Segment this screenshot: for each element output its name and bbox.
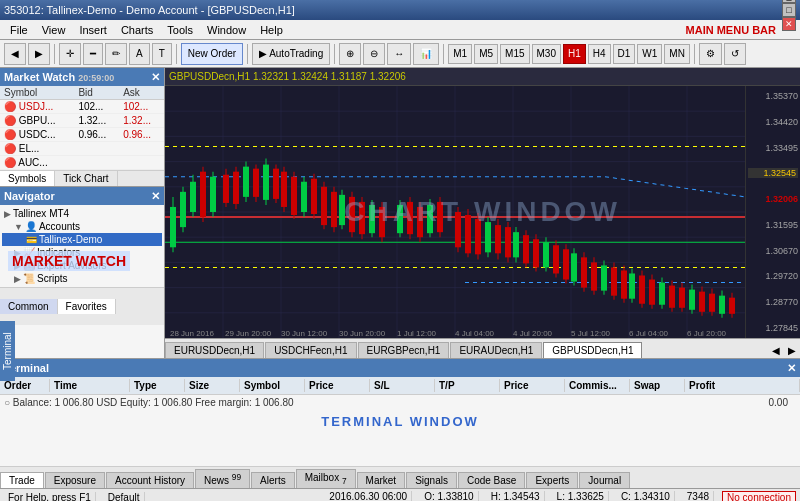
nav-tab-favorites[interactable]: Favorites [58, 299, 116, 314]
term-tab-mailbox[interactable]: Mailbox 7 [296, 469, 356, 488]
col-size: Size [185, 379, 240, 392]
navigator-close[interactable]: ✕ [151, 190, 160, 203]
expand-scripts-icon: ▶ [14, 274, 21, 284]
zoom-out-btn[interactable]: ⊖ [363, 43, 385, 65]
mw-row-usdj[interactable]: 🔴 USDJ... 102... 102... [0, 100, 164, 114]
menu-help[interactable]: Help [254, 23, 289, 37]
market-watch-close[interactable]: ✕ [151, 71, 160, 84]
menu-window[interactable]: Window [201, 23, 252, 37]
menu-view[interactable]: View [36, 23, 72, 37]
tf-m5[interactable]: M5 [474, 44, 498, 64]
sym-gbpu: 🔴 GBPU... [0, 114, 74, 128]
nav-root[interactable]: ▶ Tallinex MT4 [2, 207, 162, 220]
term-tab-signals[interactable]: Signals [406, 472, 457, 488]
mw-row-auc[interactable]: 🔴 AUC... [0, 156, 164, 170]
tf-w1[interactable]: W1 [637, 44, 662, 64]
ask-el [119, 142, 164, 156]
term-tab-market[interactable]: Market [357, 472, 406, 488]
tab-usdchf[interactable]: USDCHFecn,H1 [265, 342, 356, 358]
col-type: Type [130, 379, 185, 392]
term-tab-account-history[interactable]: Account History [106, 472, 194, 488]
zoom-in-btn[interactable]: ⊕ [339, 43, 361, 65]
col-bid: Bid [74, 86, 119, 100]
menu-charts[interactable]: Charts [115, 23, 159, 37]
nav-scripts[interactable]: ▶ 📜 Scripts [2, 272, 162, 285]
svg-text:29 Jun 20:00: 29 Jun 20:00 [225, 329, 272, 338]
datetime-status: 2016.06.30 06:00 [325, 491, 412, 501]
settings-btn[interactable]: ⚙ [699, 43, 722, 65]
nav-accounts[interactable]: ▼ 👤 Accounts [2, 220, 162, 233]
nav-root-label: Tallinex MT4 [13, 208, 69, 219]
sep1 [54, 44, 55, 64]
svg-text:4 Jul 04:00: 4 Jul 04:00 [455, 329, 495, 338]
balance-text: Balance: 1 006.80 USD Equity: 1 006.80 F… [13, 397, 294, 408]
term-tab-alerts[interactable]: Alerts [251, 472, 295, 488]
tab-eurusd[interactable]: EURUSDDecn,H1 [165, 342, 264, 358]
bid-usdj: 102... [74, 100, 119, 114]
chart-canvas[interactable]: 28 Jun 2016 29 Jun 20:00 30 Jun 12:00 30… [165, 86, 800, 338]
col-profit: Profit [685, 379, 800, 392]
term-tab-experts[interactable]: Experts [526, 472, 578, 488]
menu-tools[interactable]: Tools [161, 23, 199, 37]
svg-text:30 Jun 20:00: 30 Jun 20:00 [339, 329, 386, 338]
mw-row-usdc[interactable]: 🔴 USDC... 0.96... 0.96... [0, 128, 164, 142]
price-4: 1.32545 [748, 168, 798, 178]
tf-h4[interactable]: H4 [588, 44, 611, 64]
title-text: 353012: Tallinex-Demo - Demo Account - [… [4, 4, 295, 16]
arrow-btn[interactable]: T [152, 43, 172, 65]
chart-nav-right[interactable]: ▶ [784, 343, 800, 358]
term-tab-news[interactable]: News 99 [195, 469, 250, 488]
term-tab-exposure[interactable]: Exposure [45, 472, 105, 488]
tab-tick-chart[interactable]: Tick Chart [55, 171, 117, 186]
nav-accounts-label: Accounts [39, 221, 80, 232]
svg-text:30 Jun 12:00: 30 Jun 12:00 [281, 329, 328, 338]
market-watch-title: Market Watch 20:59:00 [4, 71, 114, 83]
price-1: 1.35370 [748, 91, 798, 101]
tf-d1[interactable]: D1 [613, 44, 636, 64]
new-order-btn[interactable]: New Order [181, 43, 243, 65]
sep6 [694, 44, 695, 64]
navigator-title: Navigator [4, 190, 55, 202]
tab-eurgbp[interactable]: EURGBPecn,H1 [358, 342, 450, 358]
autotrading-btn[interactable]: ▶ AutoTrading [252, 43, 330, 65]
pencil-btn[interactable]: ✏ [105, 43, 127, 65]
menu-insert[interactable]: Insert [73, 23, 113, 37]
tf-m15[interactable]: M15 [500, 44, 529, 64]
tab-gbpusd[interactable]: GBPUSDDecn,H1 [543, 342, 642, 358]
forward-btn[interactable]: ▶ [28, 43, 50, 65]
tf-mn[interactable]: MN [664, 44, 690, 64]
sep3 [247, 44, 248, 64]
tab-euraud[interactable]: EURAUDecn,H1 [450, 342, 542, 358]
chart-area[interactable]: GBPUSDDecn,H1 1.32321 1.32424 1.31187 1.… [165, 68, 800, 358]
tab-symbols[interactable]: Symbols [0, 171, 55, 186]
maximize-btn[interactable]: □ [782, 3, 796, 17]
tf-m30[interactable]: M30 [532, 44, 561, 64]
term-tab-codebase[interactable]: Code Base [458, 472, 525, 488]
svg-text:1 Jul 12:00: 1 Jul 12:00 [397, 329, 437, 338]
term-tab-journal[interactable]: Journal [579, 472, 630, 488]
price-8: 1.28770 [748, 297, 798, 307]
terminal-close[interactable]: ✕ [787, 362, 796, 375]
tf-h1[interactable]: H1 [563, 44, 586, 64]
chart-nav-left[interactable]: ◀ [768, 343, 784, 358]
menu-file[interactable]: File [4, 23, 34, 37]
mw-row-el[interactable]: 🔴 EL... [0, 142, 164, 156]
play-icon: ▶ [259, 48, 267, 59]
text-btn[interactable]: A [129, 43, 150, 65]
scripts-folder-icon: 📜 [23, 273, 35, 284]
high-status: H: 1.34543 [487, 491, 545, 501]
market-watch: Market Watch 20:59:00 ✕ MARKET WATCH Sym… [0, 68, 164, 187]
nav-tab-common[interactable]: Common [0, 299, 58, 314]
chart-btn[interactable]: 📊 [413, 43, 439, 65]
term-tab-trade[interactable]: Trade [0, 472, 44, 488]
crosshair-btn[interactable]: ✛ [59, 43, 81, 65]
sym-el: 🔴 EL... [0, 142, 74, 156]
refresh-btn[interactable]: ↺ [724, 43, 746, 65]
mw-row-gbpu[interactable]: 🔴 GBPU... 1.32... 1.32... [0, 114, 164, 128]
scroll-btn[interactable]: ↔ [387, 43, 411, 65]
back-btn[interactable]: ◀ [4, 43, 26, 65]
line-btn[interactable]: ━ [83, 43, 103, 65]
close-btn[interactable]: ✕ [782, 17, 796, 31]
tf-m1[interactable]: M1 [448, 44, 472, 64]
nav-account-demo[interactable]: 💳 Tallinex-Demo [2, 233, 162, 246]
